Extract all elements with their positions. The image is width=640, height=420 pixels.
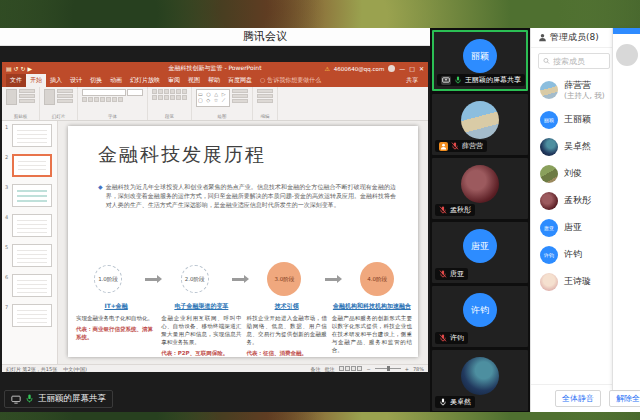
video-tile-label: 孟秋彤	[435, 204, 475, 216]
ribbon-tab[interactable]: 插入	[46, 74, 66, 87]
slide-title: 金融科技发展历程	[98, 142, 266, 168]
stage-circle: 2.0阶段	[181, 265, 209, 293]
video-tile[interactable]: 丽颖王丽颖的屏幕共享	[432, 30, 528, 91]
slide-number: 6	[5, 274, 10, 280]
slide-intro-text: 金融科技为近几年全球投资人和创业者聚焦的热点产业。信息技术和金融的全方位融合不断…	[106, 182, 396, 209]
video-tile[interactable]: 许钧许钧	[432, 286, 528, 347]
video-tile[interactable]: 薛营营	[432, 94, 528, 155]
slide-thumbnail[interactable]: 6	[5, 274, 57, 297]
participant-video-column: 丽颖王丽颖的屏幕共享薛营营孟秋彤唐亚唐亚许钧许钧吴卓然	[430, 28, 530, 412]
ribbon-tab[interactable]: 审阅	[164, 74, 184, 87]
stage-column-heading: IT+金融	[76, 302, 156, 311]
slide-number: 7	[5, 304, 10, 310]
member-name: 王丽颖	[564, 114, 591, 125]
shared-screen-area: ▤ ↺ ↻ ▶ 金融科技创新与监管 - PowerPoint ⚠ 4600640…	[0, 46, 430, 412]
account-avatar[interactable]	[388, 65, 395, 72]
participant-name: 唐亚	[450, 269, 464, 279]
zoom-slider[interactable]	[375, 368, 401, 369]
ribbon-tab[interactable]: 文件	[6, 74, 26, 87]
share-badge-label: 王丽颖的屏幕共享	[38, 393, 106, 405]
member-name: 薛营营	[564, 80, 605, 91]
ribbon-group-label: 段落	[148, 114, 191, 119]
ribbon-group[interactable]: 字体	[78, 87, 148, 120]
tell-me-search[interactable]: ○ 告诉我你想要做什么	[256, 74, 325, 87]
video-tile[interactable]: 孟秋彤	[432, 158, 528, 219]
ribbon-group[interactable]: ▭ ○ △ ▷▢ ◇ ☆ ⟋绘图	[192, 87, 253, 120]
host-icon	[440, 143, 447, 150]
ribbon-tab[interactable]: 切换	[86, 74, 106, 87]
slide-canvas: 金融科技发展历程 ◆ 金融科技为近几年全球投资人和创业者聚焦的热点产业。信息技术…	[68, 126, 418, 357]
ribbon-tab[interactable]: 设计	[66, 74, 86, 87]
member-name: 孟秋彤	[564, 195, 591, 206]
ribbon-tab[interactable]: 百度网盘	[224, 74, 256, 87]
restore-button[interactable]: □	[409, 65, 415, 72]
desktop-screen: 腾讯会议 ▤ ↺ ↻ ▶ 金融科技创新与监管 - PowerPoint ⚠ 46…	[0, 0, 640, 420]
arrow-right-icon	[122, 278, 181, 281]
ribbon-group[interactable]: 段落	[148, 87, 192, 120]
stage-circle: 4.0阶段	[360, 262, 394, 296]
video-tile-label: 唐亚	[435, 268, 468, 280]
slide-intro: ◆ 金融科技为近几年全球投资人和创业者聚焦的热点产业。信息技术和金融的全方位融合…	[98, 182, 396, 209]
avatar	[540, 81, 558, 99]
mic-on-icon	[25, 394, 34, 403]
video-tile[interactable]: 吴卓然	[432, 350, 528, 411]
member-name: 刘俊	[564, 168, 582, 179]
status-language: 中文(中国)	[63, 366, 87, 372]
stage-column-body: 金融产品和服务的创新形式主要以数字化形式提供，科技企业也在技术研发和平台建设上，…	[332, 314, 412, 354]
slide-thumbnail[interactable]: 3	[5, 184, 57, 207]
ribbon-group[interactable]: 剪贴板	[2, 87, 40, 120]
zoom-percent: 78%	[413, 366, 424, 372]
side-app-window	[612, 28, 640, 390]
zoom-out-button[interactable]: −	[366, 366, 370, 372]
unmute-all-button[interactable]: 解除全体静音	[609, 390, 640, 407]
desktop-wallpaper-top	[0, 0, 640, 28]
ribbon-tab[interactable]: 视图	[184, 74, 204, 87]
slide-thumbnail[interactable]: 1	[5, 124, 57, 147]
members-icon	[538, 33, 547, 42]
member-search-box[interactable]	[538, 53, 610, 69]
stage-column: 技术引领科技企业开始进入金融市场，借助网络、低息、数据、用户信息、交易行为提供创…	[247, 302, 327, 357]
ribbon-group-label: 编辑	[253, 114, 277, 119]
slide-number: 1	[5, 124, 10, 130]
ribbon-group-label: 剪贴板	[2, 114, 39, 119]
slide-thumbnail[interactable]: 5	[5, 244, 57, 267]
share-button[interactable]: 共享	[402, 74, 422, 87]
member-name: 吴卓然	[564, 141, 591, 152]
mic-on-icon	[454, 76, 462, 84]
ribbon-tab[interactable]: 动画	[106, 74, 126, 87]
ribbon-group[interactable]: 编辑	[253, 87, 278, 120]
avatar	[540, 138, 558, 156]
participant-name: 王丽颖的屏幕共享	[465, 75, 521, 85]
ribbon-group[interactable]: 幻灯片	[40, 87, 78, 120]
notes-button[interactable]: 备注	[310, 366, 320, 372]
member-name: 许钧	[564, 249, 582, 260]
ribbon-tab[interactable]: 幻灯片放映	[126, 74, 164, 87]
ribbon-tab[interactable]: 开始	[26, 74, 46, 87]
video-tile-label: 吴卓然	[435, 396, 475, 408]
zoom-in-button[interactable]: +	[405, 366, 409, 372]
ribbon-group-label: 幻灯片	[40, 114, 77, 119]
slide-thumbnail[interactable]: 7	[5, 304, 57, 327]
avatar: 许钧	[540, 246, 558, 264]
ribbon-tabs: 文件开始插入设计切换动画幻灯片放映审阅视图帮助百度网盘○ 告诉我你想要做什么共享	[2, 75, 428, 87]
stage-column-body: 实现金融业务电子化和自动化。	[76, 314, 156, 322]
view-mode-icons[interactable]	[338, 366, 362, 372]
member-search-input[interactable]	[553, 57, 605, 66]
video-tile-label: 王丽颖的屏幕共享	[437, 74, 525, 86]
close-button[interactable]: ✕	[419, 65, 424, 72]
ribbon-group-label: 绘图	[192, 114, 252, 119]
side-window-avatar	[616, 44, 638, 66]
side-window-titlebar	[613, 28, 640, 34]
stage-column-representatives: 代表：P2P、互联网保险。	[161, 349, 241, 357]
comments-button[interactable]: 批注	[324, 366, 334, 372]
mute-all-button[interactable]: 全体静音	[555, 390, 601, 407]
screen-share-badge: 王丽颖的屏幕共享	[4, 390, 113, 408]
ribbon-tab[interactable]: 帮助	[204, 74, 224, 87]
account-email: 4600640@qq.com	[334, 66, 384, 72]
slide-thumbnail[interactable]: 2	[5, 154, 57, 177]
video-tile[interactable]: 唐亚唐亚	[432, 222, 528, 283]
slide-thumbnail[interactable]: 4	[5, 214, 57, 237]
participant-name: 许钧	[450, 333, 464, 343]
participant-name: 薛营营	[462, 141, 483, 151]
minimize-button[interactable]: —	[399, 65, 405, 72]
